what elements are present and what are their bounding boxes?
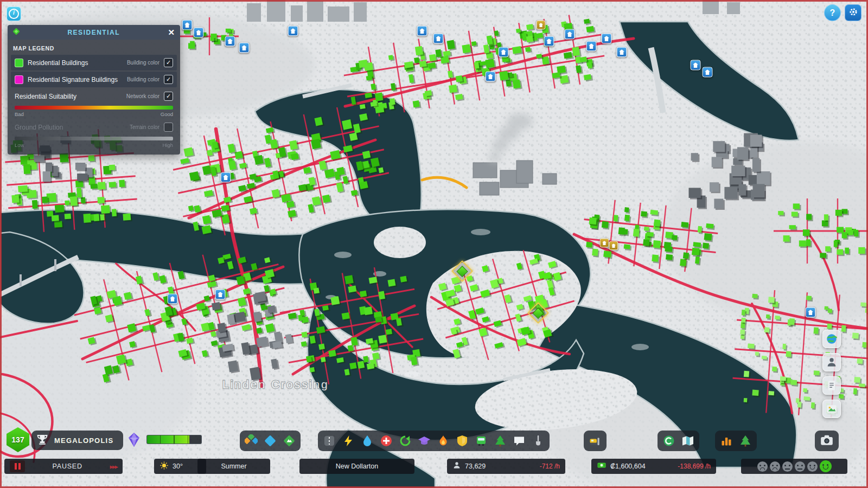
roads-tool-icon[interactable] [321, 432, 338, 450]
pause-state-label: PAUSED [29, 463, 106, 470]
speed-control-icon[interactable]: ▸▸▸ [110, 463, 117, 471]
photo-mode-button[interactable] [815, 431, 839, 451]
budget-value: ₡1,600,604 [610, 463, 646, 470]
help-button[interactable]: ? [824, 4, 841, 21]
toolbar-group [318, 431, 550, 451]
service-building-marker[interactable] [703, 67, 713, 78]
info-icon: i [9, 9, 19, 19]
garbage-tool-icon[interactable] [397, 432, 414, 450]
population-display[interactable]: 73,629 -712 /h [447, 459, 565, 474]
close-icon[interactable]: ✕ [167, 28, 176, 36]
achievements-button[interactable] [35, 432, 50, 449]
communications-tool-icon[interactable] [510, 432, 528, 450]
population-value: 73,629 [465, 463, 486, 470]
photo-gallery-button[interactable] [822, 400, 841, 418]
statistics-panel-icon[interactable] [718, 432, 735, 450]
legend-checkbox[interactable]: ✓ [164, 75, 173, 84]
legend-checkbox[interactable]: ✓ [164, 92, 173, 101]
legend-checkbox[interactable]: ✓ [164, 58, 173, 67]
service-building-marker[interactable] [691, 60, 701, 70]
legend-swatch [15, 59, 23, 67]
season-display[interactable]: Summer [197, 459, 270, 474]
service-building-marker[interactable] [586, 41, 597, 52]
happiness-face-neutral [795, 461, 805, 472]
landmark-marker[interactable] [600, 239, 609, 248]
landmark-marker[interactable] [537, 21, 546, 30]
terrain-tool-icon[interactable] [280, 432, 298, 450]
city-name-display[interactable]: New Dollarton [299, 459, 414, 474]
milestone-pill: MEGALOPOLIS [31, 431, 123, 450]
population-icon [452, 461, 461, 472]
journal-button[interactable] [822, 376, 841, 395]
districts-tool-icon[interactable] [261, 432, 279, 450]
healthcare-tool-icon[interactable] [378, 432, 395, 450]
fire-rescue-tool-icon[interactable] [435, 432, 452, 450]
service-building-marker[interactable] [182, 20, 193, 30]
water-sewage-tool-icon[interactable] [359, 432, 376, 450]
pause-button[interactable] [10, 460, 25, 472]
milestone-crystal-icon[interactable] [126, 432, 142, 448]
trophy-icon [36, 433, 49, 448]
service-building-marker[interactable] [239, 43, 250, 53]
info-button[interactable]: i [7, 7, 21, 21]
game-screen: Linden Crossing i RESIDENTIAL ✕ MAP LEGE… [0, 0, 868, 488]
police-tool-icon[interactable] [454, 432, 471, 450]
service-building-marker[interactable] [617, 47, 627, 57]
city-name: New Dollarton [336, 463, 379, 470]
settings-button[interactable] [845, 4, 861, 21]
service-building-marker[interactable] [499, 47, 509, 57]
residential-legend-panel: RESIDENTIAL ✕ MAP LEGEND Residential Bui… [8, 25, 180, 155]
map-overlays-icon[interactable] [737, 432, 754, 450]
education-tool-icon[interactable] [416, 432, 433, 450]
service-building-marker[interactable] [288, 26, 298, 36]
level-value: 137 [11, 435, 24, 444]
legend-row: Ground PollutionTerrain color [11, 119, 177, 135]
pollution-gradient-bar [15, 137, 173, 140]
service-building-marker[interactable] [602, 34, 612, 44]
service-building-marker[interactable] [417, 26, 427, 36]
gear-icon [848, 7, 859, 19]
service-building-marker[interactable] [215, 290, 226, 300]
legend-panel-body: MAP LEGEND Residential BuildingsBuilding… [8, 40, 180, 155]
legend-mode-label: Building color [127, 76, 159, 82]
legend-row-label: Residential Signature Buildings [28, 76, 127, 84]
legend-panel-header: RESIDENTIAL ✕ [8, 25, 180, 40]
season-label: Summer [221, 463, 246, 470]
parks-recreation-tool-icon[interactable] [492, 432, 509, 450]
transportation-tool-icon[interactable] [473, 432, 490, 450]
map-legend-heading: MAP LEGEND [11, 43, 177, 55]
service-building-marker[interactable] [194, 28, 204, 38]
city-information-panel-icon[interactable] [679, 432, 697, 450]
service-building-marker[interactable] [168, 294, 178, 304]
landmark-marker[interactable] [609, 241, 618, 251]
service-building-marker[interactable] [806, 307, 816, 318]
globe-button[interactable] [822, 330, 841, 348]
service-building-marker[interactable] [221, 172, 231, 183]
main-toolbar: 137 MEGALOPOLIS [0, 426, 868, 455]
sun-icon [159, 461, 169, 472]
legend-swatch [15, 75, 23, 84]
happiness-display[interactable] [741, 459, 847, 474]
electricity-tool-icon[interactable] [340, 432, 357, 450]
landscaping-tool-icon[interactable] [529, 432, 547, 450]
toolbar-group [658, 431, 699, 451]
economy-panel-icon[interactable] [660, 432, 678, 450]
legend-checkbox[interactable] [164, 123, 173, 132]
service-building-marker[interactable] [433, 34, 444, 44]
service-building-marker[interactable] [225, 36, 235, 47]
xp-level-badge[interactable]: 137 [7, 427, 29, 452]
legend-panel-title: RESIDENTIAL [24, 29, 163, 36]
legend-mode-label: Network color [126, 93, 159, 99]
milestone-progress-bar [146, 435, 202, 444]
budget-rate: -138,699 /h [678, 463, 711, 470]
service-building-marker[interactable] [486, 72, 496, 82]
overall-happiness-face [820, 460, 832, 472]
happiness-face-happy [807, 461, 818, 472]
legend-row: Residential Signature BuildingsBuilding … [11, 72, 177, 87]
service-building-marker[interactable] [544, 36, 554, 47]
budget-display[interactable]: ₡1,600,604 -138,699 /h [591, 459, 716, 474]
follow-citizen-button[interactable] [822, 353, 841, 371]
zoning-tool-icon[interactable] [242, 432, 260, 450]
service-building-marker[interactable] [565, 29, 575, 40]
bulldozer-tool-icon[interactable] [586, 432, 604, 450]
